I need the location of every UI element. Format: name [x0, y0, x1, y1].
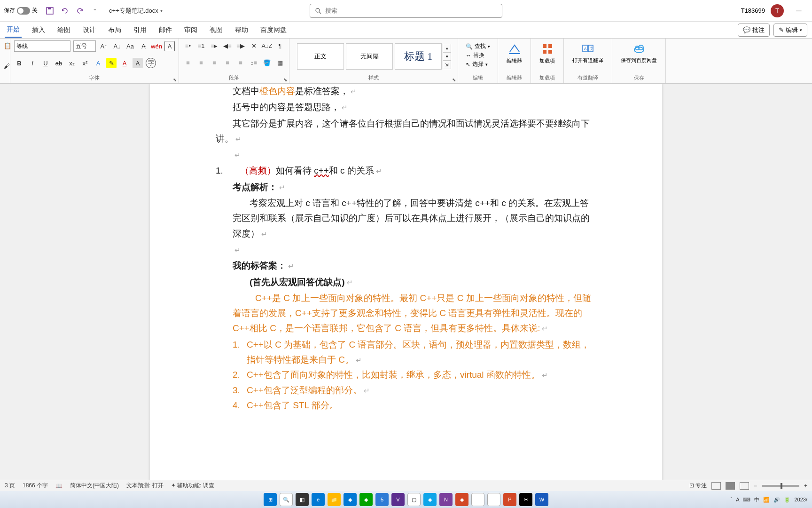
decrease-font-icon[interactable]: A↓ [112, 41, 122, 51]
print-layout-icon[interactable] [726, 482, 735, 490]
styles-dialog-icon[interactable]: ⬊ [452, 77, 456, 82]
styles-scroll[interactable]: ▴▾⇲ [443, 44, 451, 69]
redo-icon[interactable] [75, 6, 85, 16]
sort-icon[interactable]: A↓Z [262, 40, 272, 51]
borders-icon[interactable]: ▦ [275, 57, 285, 68]
page-count[interactable]: 3 页 [5, 482, 15, 490]
word-count[interactable]: 1866 个字 [23, 482, 48, 490]
tab-draw[interactable]: 绘图 [55, 23, 72, 37]
language-status[interactable]: 简体中文(中国大陆) [70, 482, 119, 490]
volume-icon[interactable]: 🔊 [773, 497, 780, 503]
highlight-icon[interactable]: ✎ [106, 58, 117, 68]
font-size-select[interactable] [73, 40, 96, 52]
minimize-button[interactable]: ─ [789, 4, 808, 18]
tab-baidu[interactable]: 百度网盘 [258, 23, 289, 37]
bold-icon[interactable]: B [14, 58, 24, 68]
editor-button[interactable]: 编辑器 [502, 40, 527, 66]
ime-icon[interactable]: ⌨ [743, 497, 750, 503]
undo-icon[interactable] [60, 6, 70, 16]
align-left-icon[interactable]: ≡ [183, 57, 193, 68]
line-spacing-icon[interactable]: ↕≡ [249, 57, 259, 68]
app-icon[interactable]: ✏ [471, 493, 484, 506]
enclose-char-icon[interactable]: 字 [146, 58, 156, 68]
replace-button[interactable]: ↔替换 [466, 51, 490, 59]
para-dialog-icon[interactable]: ⬊ [283, 77, 287, 82]
format-painter-icon[interactable]: 🖌 [4, 61, 10, 71]
show-marks-icon[interactable]: ¶ [275, 40, 285, 51]
app-icon[interactable]: ◆ [423, 493, 437, 506]
numbering-icon[interactable]: ≡1 [196, 40, 206, 51]
comments-button[interactable]: 💬批注 [738, 24, 770, 37]
tab-design[interactable]: 设计 [81, 23, 98, 37]
styles-expand-icon[interactable]: ⇲ [443, 61, 451, 69]
focus-button[interactable]: ⊡ 专注 [689, 482, 707, 490]
change-case-icon[interactable]: Aa [125, 41, 135, 51]
app-icon[interactable]: ◆ [359, 493, 373, 506]
align-center-icon[interactable]: ≡ [196, 57, 206, 68]
increase-indent-icon[interactable]: ≡▶ [235, 40, 246, 51]
chevron-up-icon[interactable]: ˆ [730, 497, 732, 502]
chevron-down-icon[interactable]: ▾ [443, 52, 451, 61]
web-layout-icon[interactable] [740, 482, 749, 490]
app-icon[interactable]: 5 [375, 493, 389, 506]
avatar[interactable]: T [771, 4, 784, 17]
select-button[interactable]: ↖选择▾ [466, 60, 490, 68]
bullets-icon[interactable]: ≡• [183, 40, 193, 51]
explorer-icon[interactable]: 📁 [328, 493, 341, 506]
start-icon[interactable]: ⊞ [264, 493, 277, 506]
font-color-icon[interactable]: A [119, 58, 130, 68]
tab-home[interactable]: 开始 [5, 23, 22, 38]
app-icon[interactable]: ✂ [519, 493, 532, 506]
asian-layout-icon[interactable]: ✕ [249, 40, 259, 51]
editing-mode-button[interactable]: ✎编辑▾ [773, 24, 807, 37]
style-nospace[interactable]: 无间隔 [346, 43, 393, 70]
wifi-icon[interactable]: 📶 [763, 497, 770, 503]
clock[interactable]: 2023/ [794, 497, 807, 502]
zoom-in-icon[interactable]: + [804, 483, 807, 489]
app-icon[interactable]: ◆ [344, 493, 357, 506]
save-baidu-button[interactable]: 保存到百度网盘 [616, 40, 662, 65]
battery-icon[interactable]: 🔋 [784, 497, 790, 503]
tab-mailings[interactable]: 邮件 [157, 23, 174, 37]
text-predict-status[interactable]: 文本预测: 打开 [126, 482, 164, 490]
zoom-slider[interactable] [762, 485, 799, 487]
ime-icon[interactable]: A [736, 497, 739, 502]
spell-check-icon[interactable]: 📖 [55, 483, 62, 489]
app-icon[interactable]: V [391, 493, 405, 506]
char-shading-icon[interactable]: A [133, 58, 143, 68]
superscript-icon[interactable]: x² [80, 58, 90, 68]
char-border-icon[interactable]: A [164, 41, 175, 51]
clear-format-icon[interactable]: A̶ [138, 41, 148, 51]
app-icon[interactable]: ❖ [487, 493, 500, 506]
app-icon[interactable]: ◆ [455, 493, 468, 506]
find-button[interactable]: 🔍查找▾ [466, 42, 490, 50]
edge-icon[interactable]: e [312, 493, 325, 506]
font-dialog-icon[interactable]: ⬊ [173, 77, 177, 82]
addin-button[interactable]: 加载项 [535, 40, 560, 66]
style-normal[interactable]: 正文 [297, 43, 344, 70]
tab-view[interactable]: 视图 [208, 23, 225, 37]
accessibility-status[interactable]: ✦ 辅助功能: 调查 [171, 482, 214, 490]
powerpoint-icon[interactable]: P [503, 493, 516, 506]
autosave-toggle[interactable]: 保存 关 [4, 7, 38, 15]
qat-dropdown-icon[interactable]: ⁼ [90, 6, 100, 16]
tab-layout[interactable]: 布局 [106, 23, 123, 37]
ime-icon[interactable]: 中 [754, 496, 759, 503]
document-filename[interactable]: c++专题笔记.docx [109, 7, 158, 15]
tab-insert[interactable]: 插入 [30, 23, 47, 37]
justify-icon[interactable]: ≡ [222, 57, 233, 68]
read-mode-icon[interactable] [711, 482, 721, 490]
subscript-icon[interactable]: x₂ [67, 58, 77, 68]
distribute-icon[interactable]: ≡ [235, 57, 246, 68]
onenote-icon[interactable]: N [439, 493, 453, 506]
strike-icon[interactable]: ab [54, 58, 64, 68]
search-input[interactable] [325, 7, 497, 14]
zoom-out-icon[interactable]: − [754, 483, 757, 489]
shading-icon[interactable]: 🪣 [262, 57, 272, 68]
multilevel-icon[interactable]: ≡▸ [209, 40, 219, 51]
system-tray[interactable]: ˆ A ⌨ 中 📶 🔊 🔋 2023/ [730, 496, 807, 503]
search-box[interactable] [310, 4, 502, 18]
tab-review[interactable]: 审阅 [182, 23, 199, 37]
phonetic-icon[interactable]: wén [151, 41, 162, 51]
translate-button[interactable]: A文 打开有道翻译 [568, 40, 608, 65]
